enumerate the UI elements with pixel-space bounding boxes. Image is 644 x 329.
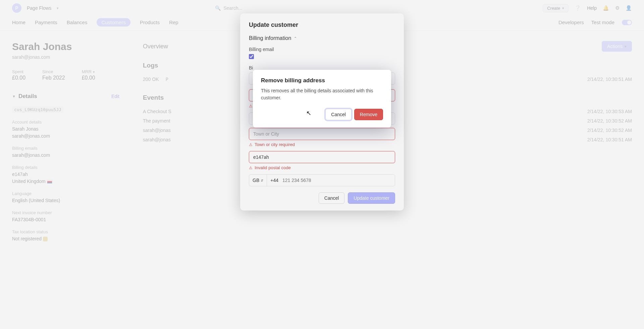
remove-address-dialog: Remove billing address This removes all … xyxy=(253,70,391,128)
dialog-body: This removes all the billing details ass… xyxy=(261,87,383,101)
drawer-overlay xyxy=(0,0,644,329)
dialog-title: Remove billing address xyxy=(261,77,383,84)
cancel-button[interactable]: Cancel xyxy=(325,109,352,120)
remove-button[interactable]: Remove xyxy=(354,109,383,120)
